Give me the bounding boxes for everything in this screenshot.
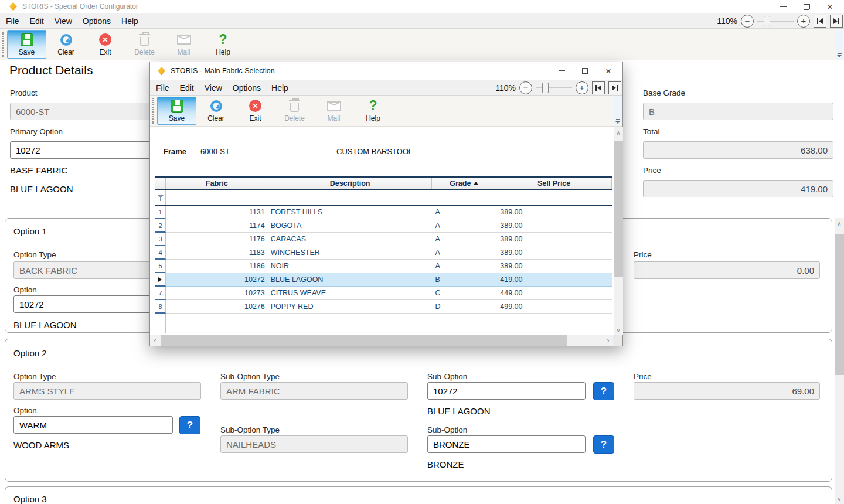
- dialog-menu-file[interactable]: File: [151, 80, 175, 95]
- toolbar-grip[interactable]: [2, 32, 4, 57]
- cell-fabric[interactable]: 1176: [166, 233, 268, 246]
- scroll-up-icon[interactable]: ∧: [835, 218, 844, 229]
- dialog-zoom-in-button[interactable]: +: [576, 81, 588, 94]
- sub-option2-lookup-button[interactable]: ?: [593, 435, 614, 454]
- cell-fabric[interactable]: 1174: [166, 219, 268, 233]
- dialog-help-button[interactable]: ? Help: [353, 97, 393, 125]
- cell-grade[interactable]: A: [432, 233, 496, 246]
- zoom-slider[interactable]: [757, 21, 794, 22]
- cell-sell-price[interactable]: 449.00: [496, 287, 612, 300]
- row-number[interactable]: 5: [155, 260, 166, 273]
- dialog-nav-first-button[interactable]: [592, 81, 605, 94]
- dialog-save-button[interactable]: Save: [157, 97, 196, 125]
- dialog-close-button[interactable]: ×: [597, 62, 620, 80]
- dialog-menu-options[interactable]: Options: [227, 80, 266, 95]
- row-number[interactable]: 2: [155, 219, 166, 233]
- nav-first-button[interactable]: [814, 15, 826, 28]
- cell-fabric[interactable]: 10272: [166, 273, 268, 287]
- minimize-button[interactable]: [771, 0, 795, 13]
- option2-option-field[interactable]: WARM: [13, 416, 173, 434]
- table-row[interactable]: 4 1183 WINCHESTER A 389.00: [155, 246, 612, 260]
- scroll-right-icon[interactable]: ›: [603, 335, 613, 346]
- option2-option-lookup-button[interactable]: ?: [179, 416, 200, 434]
- save-button[interactable]: Save: [7, 30, 46, 59]
- dialog-clear-button[interactable]: Clear: [196, 97, 236, 125]
- dialog-vertical-scrollbar[interactable]: ∧ ∨: [614, 127, 623, 335]
- cell-sell-price[interactable]: 389.00: [496, 233, 612, 246]
- dialog-horizontal-scrollbar[interactable]: ‹ ›: [150, 335, 622, 346]
- cell-grade[interactable]: D: [432, 300, 496, 314]
- cell-fabric[interactable]: 1183: [166, 246, 268, 260]
- cell-description[interactable]: BOGOTA: [268, 219, 433, 233]
- cell-sell-price[interactable]: 389.00: [496, 260, 612, 273]
- dialog-menu-view[interactable]: View: [199, 80, 227, 95]
- cell-sell-price[interactable]: 389.00: [496, 206, 612, 219]
- dialog-maximize-button[interactable]: [573, 62, 597, 80]
- restore-button[interactable]: [795, 0, 818, 13]
- cell-grade[interactable]: A: [432, 246, 496, 260]
- table-row[interactable]: 10272 BLUE LAGOON B 419.00: [155, 273, 612, 287]
- cell-grade[interactable]: A: [432, 260, 496, 273]
- cell-description[interactable]: BLUE LAGOON: [268, 273, 433, 287]
- column-header-grade[interactable]: Grade: [432, 178, 496, 189]
- cell-description[interactable]: FOREST HILLS: [268, 206, 433, 219]
- cell-grade[interactable]: A: [432, 219, 496, 233]
- cell-description[interactable]: NOIR: [268, 260, 433, 273]
- close-button[interactable]: ×: [818, 0, 842, 13]
- dialog-zoom-slider[interactable]: [536, 87, 572, 88]
- zoom-out-button[interactable]: −: [741, 15, 754, 28]
- zoom-in-button[interactable]: +: [797, 15, 810, 28]
- toolbar-overflow-strip[interactable]: [614, 96, 622, 125]
- table-row[interactable]: 8 10276 POPPY RED D 499.00: [155, 300, 612, 314]
- dialog-zoom-out-button[interactable]: −: [519, 81, 532, 94]
- dialog-nav-last-button[interactable]: [608, 81, 621, 94]
- table-row[interactable]: 2 1174 BOGOTA A 389.00: [155, 219, 612, 233]
- toolbar-overflow-strip[interactable]: [835, 30, 843, 59]
- dialog-exit-button[interactable]: ✕ Exit: [236, 97, 275, 125]
- column-header-sell-price[interactable]: Sell Price: [496, 178, 612, 189]
- main-scrollbar-thumb[interactable]: [835, 234, 844, 375]
- dialog-zoom-slider-handle[interactable]: [542, 83, 549, 93]
- fabric-grid-filter-row[interactable]: [155, 190, 612, 206]
- dialog-scrollbar-thumb[interactable]: [614, 141, 623, 277]
- toolbar-grip[interactable]: [152, 98, 154, 124]
- cell-sell-price[interactable]: 419.00: [496, 273, 612, 287]
- row-number[interactable]: 7: [155, 287, 166, 300]
- zoom-slider-handle[interactable]: [764, 16, 770, 26]
- cell-sell-price[interactable]: 389.00: [496, 246, 612, 260]
- menu-help[interactable]: Help: [116, 13, 144, 28]
- dialog-menu-help[interactable]: Help: [266, 80, 294, 95]
- cell-description[interactable]: POPPY RED: [268, 300, 433, 314]
- table-row[interactable]: 5 1186 NOIR A 389.00: [155, 260, 612, 273]
- sub-option2-field[interactable]: BRONZE: [427, 435, 586, 453]
- dialog-menu-edit[interactable]: Edit: [175, 80, 199, 95]
- cell-description[interactable]: CARACAS: [268, 233, 433, 246]
- cell-sell-price[interactable]: 389.00: [496, 219, 612, 233]
- cell-grade[interactable]: C: [432, 287, 496, 300]
- column-header-fabric[interactable]: Fabric: [166, 178, 268, 189]
- help-button[interactable]: ? Help: [203, 30, 243, 59]
- table-row[interactable]: 1 1131 FOREST HILLS A 389.00: [155, 206, 612, 219]
- cell-fabric[interactable]: 1131: [166, 206, 268, 219]
- exit-button[interactable]: ✕ Exit: [86, 30, 125, 59]
- cell-fabric[interactable]: 10276: [166, 300, 268, 314]
- table-row[interactable]: 3 1176 CARACAS A 389.00: [155, 233, 612, 246]
- scroll-down-icon[interactable]: ∨: [614, 325, 623, 335]
- scroll-up-icon[interactable]: ∧: [614, 127, 623, 138]
- row-number[interactable]: 1: [155, 206, 166, 219]
- cell-fabric[interactable]: 1186: [166, 260, 268, 273]
- cell-fabric[interactable]: 10273: [166, 287, 268, 300]
- sub-option1-field[interactable]: 10272: [427, 382, 586, 400]
- row-number[interactable]: 8: [155, 300, 166, 314]
- scroll-left-icon[interactable]: ‹: [150, 335, 160, 346]
- dialog-hscrollbar-thumb[interactable]: [161, 335, 567, 346]
- row-number[interactable]: 3: [155, 233, 166, 246]
- cell-description[interactable]: CITRUS WEAVE: [268, 287, 433, 300]
- cell-sell-price[interactable]: 499.00: [496, 300, 612, 314]
- column-header-description[interactable]: Description: [268, 178, 433, 189]
- sub-option1-lookup-button[interactable]: ?: [593, 382, 614, 400]
- cell-grade[interactable]: A: [432, 206, 496, 219]
- clear-button[interactable]: Clear: [46, 30, 86, 59]
- main-vertical-scrollbar[interactable]: ∧ ∨: [835, 218, 844, 504]
- menu-edit[interactable]: Edit: [25, 13, 49, 28]
